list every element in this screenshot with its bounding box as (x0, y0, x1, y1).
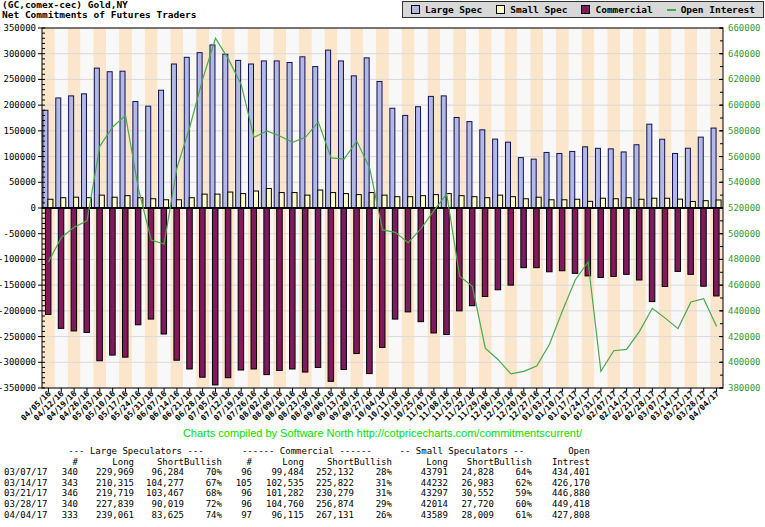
large-spec-bar (711, 128, 716, 208)
table-row: 03/28/17340227,83990,01972%96104,760256,… (4, 499, 590, 510)
large-spec-bar (146, 106, 151, 208)
small-spec-bar (305, 195, 310, 208)
large-spec-bar (287, 62, 292, 208)
table-row: 03/14/17343210,315104,27767%105102,53522… (4, 478, 590, 489)
small-spec-bar (215, 194, 220, 208)
right-axis-label: 580000 (728, 126, 761, 136)
right-axis-label: 660000 (728, 23, 761, 33)
row-value-cell: 230,279 (304, 488, 354, 499)
column-header: # (50, 457, 78, 468)
small-spec-bar (626, 198, 631, 208)
large-spec-bar (223, 54, 228, 208)
large-spec-bar (673, 153, 678, 208)
commercial-bar (405, 208, 411, 312)
commercial-bar (598, 208, 604, 277)
right-axis-label: 400000 (728, 357, 761, 367)
commercial-bar (328, 208, 334, 381)
small-spec-bar (164, 200, 169, 208)
small-spec-bar (266, 188, 271, 208)
row-value-cell: 26,983 (448, 478, 494, 489)
column-header: Bullish (184, 457, 222, 468)
large-spec-bar (69, 96, 74, 208)
large-spec-bar (133, 102, 138, 208)
row-value-cell: 340 (50, 467, 78, 478)
group-header-large-speculators: --- Large Speculators --- (50, 446, 222, 457)
small-spec-bar (600, 198, 605, 208)
small-spec-bar (421, 196, 426, 208)
left-axis-label: 350000 (3, 23, 36, 33)
table-row: 04/04/17333239,06183,62574%9796,115267,1… (4, 510, 590, 521)
row-value-cell: 96 (222, 499, 252, 510)
left-axis-label: -250000 (0, 332, 36, 342)
row-value-cell: 43791 (392, 467, 448, 478)
large-spec-bar (531, 159, 536, 208)
row-value-cell: 42014 (392, 499, 448, 510)
large-spec-bar (390, 108, 395, 208)
column-header: Short (304, 457, 354, 468)
column-header: Long (392, 457, 448, 468)
left-axis-label: -100000 (0, 254, 36, 264)
row-value-cell: 24,828 (448, 467, 494, 478)
commercial-bar (84, 208, 90, 332)
right-axis-label: 380000 (728, 383, 761, 393)
column-header: Bullish (494, 457, 532, 468)
row-value-cell: 340 (50, 499, 78, 510)
small-spec-bar (61, 198, 66, 208)
row-value-cell: 67% (184, 478, 222, 489)
small-spec-bar (575, 199, 580, 208)
large-spec-bar (364, 58, 369, 208)
left-axis-label: -200000 (0, 306, 36, 316)
row-date-cell: 03/14/17 (4, 478, 50, 489)
commercial-bar (701, 208, 707, 286)
row-value-cell: 74% (184, 510, 222, 521)
commercial-bar (187, 208, 193, 369)
large-spec-bar (249, 64, 254, 208)
large-spec-bar (544, 152, 549, 208)
large-spec-bar (326, 50, 331, 208)
row-date-cell: 03/07/17 (4, 467, 50, 478)
commercial-bar (251, 208, 257, 369)
row-value-cell: 446,880 (532, 488, 590, 499)
left-axis-label: 100000 (3, 152, 36, 162)
small-spec-bar (112, 197, 117, 208)
small-spec-bar (48, 199, 53, 208)
row-value-cell: 96 (222, 488, 252, 499)
commercial-bar (110, 208, 116, 355)
row-value-cell: 60% (494, 499, 532, 510)
column-header: Short (448, 457, 494, 468)
large-spec-bar (313, 67, 318, 208)
row-value-cell: 449,418 (532, 499, 590, 510)
row-value-cell: 31% (354, 478, 392, 489)
large-spec-bar (197, 53, 202, 208)
small-spec-bar (331, 193, 336, 208)
row-value-cell: 29% (354, 499, 392, 510)
commercial-bar (161, 208, 167, 334)
large-spec-bar (608, 149, 613, 208)
left-axis-label: 150000 (3, 126, 36, 136)
left-axis-label: 0 (31, 203, 36, 213)
row-value-cell: 31% (354, 488, 392, 499)
commercial-bar (354, 208, 360, 354)
large-spec-bar (660, 139, 665, 208)
group-header-small-speculators: -- Small Speculators -- (392, 446, 532, 457)
large-spec-bar (403, 115, 408, 208)
column-header: # (222, 457, 252, 468)
small-spec-bar (523, 199, 528, 208)
small-spec-bar (356, 195, 361, 208)
large-spec-bar (647, 124, 652, 208)
row-value-cell: 426,170 (532, 478, 590, 489)
right-axis-label: 540000 (728, 177, 761, 187)
row-value-cell: 256,874 (304, 499, 354, 510)
small-spec-bar (151, 199, 156, 208)
row-value-cell: 219,719 (78, 488, 134, 499)
large-spec-bar (43, 110, 48, 208)
commercial-bar (521, 208, 527, 268)
commercial-bar (431, 208, 437, 333)
row-value-cell: 28,009 (448, 510, 494, 521)
left-axis-label: 250000 (3, 74, 36, 84)
row-value-cell: 68% (184, 488, 222, 499)
table-sub-header-row: #LongShortBullish#LongShortBullishLongSh… (4, 457, 590, 468)
row-value-cell: 210,315 (78, 478, 134, 489)
large-spec-bar (261, 61, 266, 208)
row-value-cell: 103,467 (134, 488, 184, 499)
